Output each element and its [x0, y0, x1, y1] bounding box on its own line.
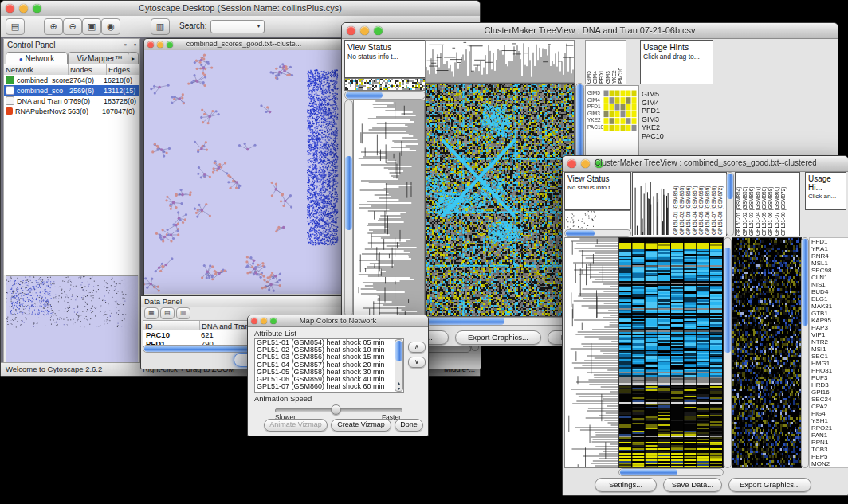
- column-label[interactable]: GPL51-06 (GSM859): [705, 174, 711, 235]
- attribute-option[interactable]: GPL51-07 (GSM860) heat shock 60 min: [255, 383, 403, 390]
- gene-label[interactable]: HAP3: [811, 324, 848, 331]
- column-label[interactable]: PFD1: [599, 41, 605, 84]
- gene-label[interactable]: GPI16: [811, 389, 848, 396]
- gene-label[interactable]: TCB3: [811, 446, 848, 453]
- column-label[interactable]: GPL51-03 (GSM856): [685, 174, 692, 235]
- dialog-titlebar[interactable]: Map Colors to Network: [248, 315, 428, 327]
- gene-label[interactable]: BUD4: [811, 288, 848, 295]
- heatmap-vscrollbar[interactable]: [724, 237, 732, 468]
- gene-label[interactable]: CPA2: [811, 403, 848, 410]
- column-dendrogram[interactable]: [634, 174, 672, 235]
- heatmap-hscrollbar[interactable]: [618, 468, 724, 476]
- correlation-minimap[interactable]: [603, 90, 637, 131]
- gene-label[interactable]: PEP5: [811, 453, 848, 460]
- navigator-hscrollbar[interactable]: [564, 229, 631, 237]
- network-row[interactable]: combined_scores 2764(0) 16218(0): [4, 75, 139, 85]
- gene-label[interactable]: YSH1: [811, 417, 848, 424]
- zoom-button[interactable]: [167, 41, 173, 48]
- scroll-thumb[interactable]: [395, 341, 402, 361]
- column-label[interactable]: GPL51-01 (GSM854): [673, 174, 679, 235]
- matrix-label[interactable]: PAC10: [587, 124, 603, 131]
- row-dendrogram[interactable]: [353, 100, 425, 317]
- zoom-selected-icon[interactable]: ◉: [101, 18, 120, 35]
- gene-label[interactable]: MAK31: [811, 303, 848, 310]
- gene-label[interactable]: FIG4: [811, 410, 848, 417]
- zoom-fit-icon[interactable]: ▣: [82, 18, 101, 35]
- zoom-in-icon[interactable]: ⊕: [44, 18, 63, 35]
- tree-vscrollbar[interactable]: [344, 100, 353, 317]
- gene-label[interactable]: PAC10: [642, 132, 677, 141]
- gene-label[interactable]: SEC24: [811, 396, 848, 403]
- gene-label[interactable]: YRA1: [811, 245, 848, 252]
- gene-label[interactable]: CLN1: [811, 274, 848, 281]
- listbox-vscrollbar[interactable]: ▴ ▾: [395, 339, 403, 392]
- treeview-dna-titlebar[interactable]: ClusterMaker TreeView : DNA and Tran 07-…: [342, 23, 838, 39]
- heatmap-canvas[interactable]: [618, 237, 724, 468]
- gene-label[interactable]: PAN1: [811, 432, 848, 439]
- scroll-thumb[interactable]: [345, 156, 352, 229]
- save-data-button[interactable]: Save Data...: [663, 478, 722, 492]
- close-button[interactable]: [147, 41, 154, 48]
- column-label[interactable]: GPL51-01 (GSM854): [736, 173, 742, 236]
- column-label[interactable]: GPL51-07 (GSM860): [774, 173, 780, 236]
- gene-label[interactable]: SPC98: [811, 267, 848, 274]
- close-button[interactable]: [567, 159, 576, 168]
- matrix-label[interactable]: GIM5: [587, 90, 603, 97]
- column-vscrollbar[interactable]: [726, 172, 734, 236]
- gene-label[interactable]: PFD1: [811, 238, 848, 245]
- matrix-label[interactable]: GIM4: [587, 97, 603, 104]
- column-label[interactable]: GIM4: [592, 41, 599, 84]
- panel-icon[interactable]: ▤: [6, 18, 25, 35]
- move-up-button[interactable]: ∧: [408, 342, 426, 353]
- gene-label[interactable]: NIS1: [811, 281, 848, 288]
- scroll-down-arrow[interactable]: ▾: [395, 385, 402, 391]
- gene-label[interactable]: MSL1: [811, 260, 848, 267]
- gene-label[interactable]: HRD3: [811, 381, 848, 389]
- speed-slider-thumb[interactable]: [331, 404, 341, 415]
- col-id[interactable]: ID: [143, 321, 200, 330]
- minimize-button[interactable]: [581, 159, 590, 168]
- attribute-option[interactable]: GPL51-06 (GSM859) heat shock 40 min: [255, 376, 403, 383]
- minimize-button[interactable]: [360, 26, 369, 35]
- attribute-option[interactable]: GPL51-03 (GSM856) heat shock 15 min: [255, 354, 403, 361]
- col-nodes[interactable]: Nodes: [69, 64, 107, 75]
- heatmap-canvas[interactable]: [425, 83, 575, 317]
- matrix-label[interactable]: YKE2: [587, 117, 603, 124]
- scroll-up-arrow[interactable]: ▴: [395, 380, 402, 385]
- gene-label[interactable]: ELG1: [811, 295, 848, 303]
- column-label[interactable]: YKE2: [611, 41, 618, 84]
- float-panel-icon[interactable]: ▫: [124, 41, 127, 49]
- minimize-button[interactable]: [157, 41, 163, 48]
- scroll-thumb[interactable]: [346, 92, 383, 99]
- gene-label[interactable]: RNR4: [811, 252, 848, 260]
- close-button[interactable]: [347, 26, 355, 35]
- navigator-canvas[interactable]: [344, 78, 426, 91]
- column-label[interactable]: GPL51-06 (GSM859): [768, 173, 774, 236]
- matrix-label[interactable]: PFD1: [587, 104, 603, 111]
- column-label[interactable]: GPL51-08 (GSM872): [780, 173, 787, 236]
- gene-label[interactable]: GTB1: [811, 310, 848, 317]
- network-canvas[interactable]: [144, 50, 342, 294]
- table-grid-icon[interactable]: ▦: [144, 307, 159, 319]
- zoom-button[interactable]: [270, 318, 277, 324]
- network-row[interactable]: RNAPuberNov2 563(0) 107847(0): [4, 106, 139, 116]
- column-label[interactable]: GPL51-03 (GSM856): [748, 173, 755, 236]
- close-button[interactable]: [6, 4, 14, 13]
- gene-label[interactable]: YKE2: [642, 123, 677, 132]
- column-label[interactable]: PAC10: [618, 41, 624, 84]
- secondary-heatmap-canvas[interactable]: [732, 237, 802, 468]
- done-button[interactable]: Done: [395, 419, 423, 432]
- select-attributes-icon[interactable]: ▤: [160, 307, 175, 319]
- network-overview-canvas[interactable]: [6, 276, 136, 361]
- scroll-thumb[interactable]: [724, 248, 731, 353]
- column-dendrogram[interactable]: [425, 40, 575, 83]
- col-edges[interactable]: Edges: [107, 64, 139, 75]
- column-label[interactable]: GPL51-05 (GSM858): [761, 173, 768, 236]
- gene-label[interactable]: KAP95: [811, 317, 848, 324]
- scroll-thumb[interactable]: [566, 230, 595, 236]
- gene-label[interactable]: RPO21: [811, 424, 848, 432]
- gene-label[interactable]: PUF3: [811, 374, 848, 381]
- minimize-button[interactable]: [261, 318, 267, 324]
- gene-label[interactable]: MON2: [811, 460, 848, 467]
- network-row[interactable]: DNA and Tran 07 769(0) 183728(0): [4, 96, 139, 106]
